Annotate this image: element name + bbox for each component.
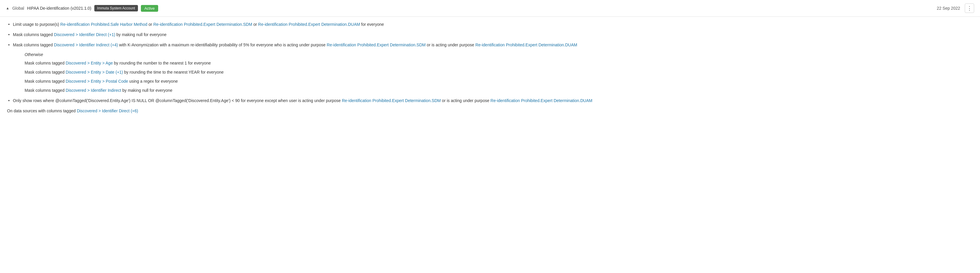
header-right: 22 Sep 2022 ⋮ xyxy=(937,3,974,13)
rule1-link3[interactable]: Re-identification Prohibited.Expert Dete… xyxy=(258,22,360,27)
rule-item-1: Limit usage to purpose(s) Re-identificat… xyxy=(7,21,973,27)
sub-rule-4: Mask columns tagged Discovered > Identif… xyxy=(25,88,973,94)
breadcrumb-global: Global xyxy=(12,6,24,11)
on-data-sources-link[interactable]: Discovered > Identifier Direct (+6) xyxy=(77,109,138,113)
sub-rule-2: Mask columns tagged Discovered > Entity … xyxy=(25,69,973,75)
more-options-button[interactable]: ⋮ xyxy=(965,3,974,13)
rule3-link2[interactable]: Re-identification Prohibited.Expert Dete… xyxy=(327,43,426,47)
sub-rule1-link[interactable]: Discovered > Entity > Age xyxy=(65,61,113,65)
rule-item-4: Only show rows where @columnTagged('Disc… xyxy=(7,97,973,104)
rule-list: Limit usage to purpose(s) Re-identificat… xyxy=(7,21,973,104)
rule1-link2[interactable]: Re-identification Prohibited.Expert Dete… xyxy=(153,22,252,27)
header: ▲ Global HIPAA De-identification (v2021.… xyxy=(0,0,980,17)
page-container: ▲ Global HIPAA De-identification (v2021.… xyxy=(0,0,980,273)
rule4-link2[interactable]: Re-identification Prohibited.Expert Dete… xyxy=(491,98,592,103)
badge-immuta: Immuta System Account xyxy=(94,5,138,11)
rule4-link1[interactable]: Re-identification Prohibited.Expert Dete… xyxy=(342,98,441,103)
rule1-link1[interactable]: Re-identification Prohibited.Safe Harbor… xyxy=(60,22,147,27)
nested-block: Otherwise Mask columns tagged Discovered… xyxy=(13,52,973,94)
rule1-text-before: Limit usage to purpose(s) xyxy=(13,22,60,27)
sub-rule2-link[interactable]: Discovered > Entity > Date (+1) xyxy=(65,70,123,75)
breadcrumb-title: HIPAA De-identification (v2021.1.0) xyxy=(27,6,91,11)
date-text: 22 Sep 2022 xyxy=(937,6,960,11)
content: Limit usage to purpose(s) Re-identificat… xyxy=(0,17,980,121)
sub-rule4-link[interactable]: Discovered > Identifier Indirect xyxy=(65,88,121,93)
sub-rule-1: Mask columns tagged Discovered > Entity … xyxy=(25,60,973,66)
rule3-link1[interactable]: Discovered > Identifier Indirect (+4) xyxy=(54,43,118,47)
header-left: ▲ Global HIPAA De-identification (v2021.… xyxy=(6,5,934,12)
rule3-text-before: Mask columns tagged xyxy=(13,43,54,47)
rule-item-3: Mask columns tagged Discovered > Identif… xyxy=(7,42,973,94)
sub-rule-3: Mask columns tagged Discovered > Entity … xyxy=(25,78,973,85)
rule3-link3[interactable]: Re-identification Prohibited.Expert Dete… xyxy=(476,43,577,47)
badge-active: Active xyxy=(141,5,158,12)
rule2-link[interactable]: Discovered > Identifier Direct (+1) xyxy=(54,32,115,37)
rule-item-2: Mask columns tagged Discovered > Identif… xyxy=(7,32,973,38)
otherwise-label: Otherwise xyxy=(25,52,973,58)
sub-rule3-link[interactable]: Discovered > Entity > Postal Code xyxy=(65,79,128,83)
on-data-sources: On data sources with columns tagged Disc… xyxy=(7,108,973,114)
collapse-icon[interactable]: ▲ xyxy=(6,6,10,10)
rule2-text-before: Mask columns tagged xyxy=(13,32,54,37)
